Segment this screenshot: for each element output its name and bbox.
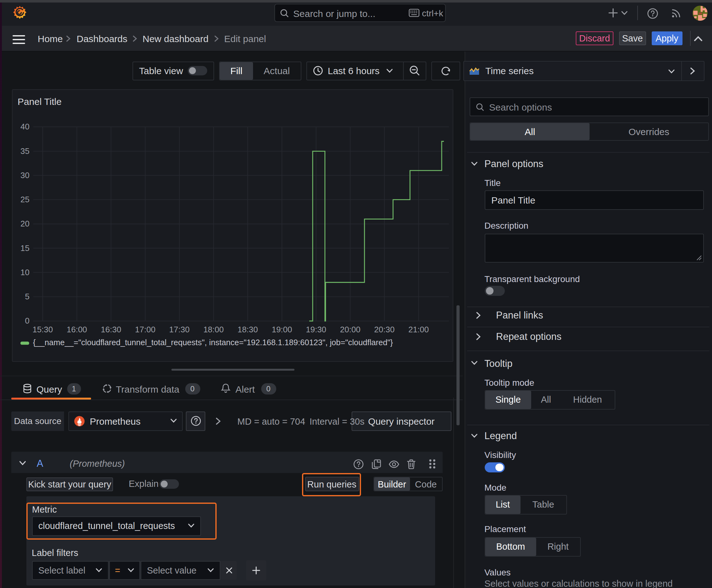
svg-text:{__name__="cloudflared_tunnel_: {__name__="cloudflared_tunnel_total_requ… (33, 338, 393, 347)
svg-text:16:30: 16:30 (101, 325, 121, 334)
svg-text:30: 30 (20, 171, 29, 180)
svg-text:18:30: 18:30 (237, 325, 258, 334)
svg-text:16:00: 16:00 (67, 325, 87, 334)
svg-text:20:30: 20:30 (374, 325, 395, 334)
svg-text:5: 5 (25, 292, 29, 301)
svg-text:15: 15 (20, 244, 29, 253)
svg-text:17:30: 17:30 (169, 325, 190, 334)
svg-text:Panel Title: Panel Title (18, 97, 62, 107)
svg-text:17:00: 17:00 (135, 325, 155, 334)
svg-text:19:30: 19:30 (306, 325, 326, 334)
svg-text:18:00: 18:00 (203, 325, 224, 334)
svg-text:20: 20 (20, 219, 29, 228)
svg-text:21:00: 21:00 (408, 325, 429, 334)
svg-text:15:30: 15:30 (33, 325, 53, 334)
svg-text:35: 35 (20, 146, 29, 156)
svg-text:40: 40 (20, 122, 29, 131)
svg-text:19:00: 19:00 (272, 325, 292, 334)
svg-text:20:00: 20:00 (340, 325, 360, 334)
svg-text:25: 25 (20, 195, 29, 204)
svg-text:10: 10 (20, 268, 29, 277)
svg-text:0: 0 (25, 316, 29, 326)
